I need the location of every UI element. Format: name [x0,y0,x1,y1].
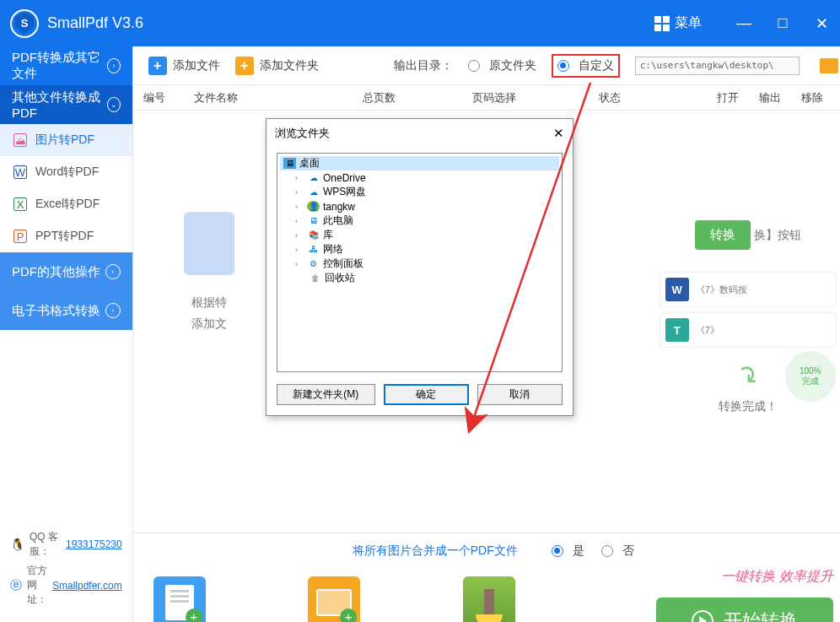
nav-item-ppt-to-pdf[interactable]: P PPT转PDF [0,220,132,252]
nav-item-image-to-pdf[interactable]: ⛰ 图片转PDF [0,124,132,156]
new-folder-button[interactable]: 新建文件夹(M) [277,384,375,405]
chevron-right-icon: › [105,303,121,318]
add-folder-toolbar-button[interactable]: + 添加文件夹 [235,57,319,75]
col-output: 输出 [759,90,801,105]
custom-output-highlight: 自定义 [552,54,620,78]
dialog-close-button[interactable]: ✕ [553,126,564,141]
radio-icon [468,60,480,72]
caret-icon: › [295,174,304,182]
output-dir-label: 输出目录： [394,58,453,73]
ppt-icon: P [13,230,27,243]
merge-label: 将所有图片合并成一个PDF文件 [353,544,518,559]
chevron-right-icon: › [105,264,121,279]
tree-item-recycle-bin[interactable]: 🗑 回收站 [280,271,559,285]
cancel-button[interactable]: 取消 [477,384,563,405]
dialog-titlebar: 浏览文件夹 ✕ [267,119,573,148]
column-headers: 编号 文件名称 总页数 页码选择 状态 打开 输出 移除 [133,85,840,111]
output-path-input[interactable] [635,57,800,75]
cloud-icon: ☁ [307,172,320,183]
add-folder-big-button[interactable]: 添加文件夹 [307,576,362,622]
caret-icon: › [295,203,304,211]
merge-yes-radio[interactable]: 是 [552,544,584,559]
bg-hint-left: 根据特 添加文 [184,212,234,334]
col-open: 打开 [717,90,759,105]
globe-icon: ⓔ [10,578,22,593]
dialog-title: 浏览文件夹 [275,126,330,141]
clear-list-button[interactable]: 清空列表 [463,576,515,622]
radio-source-folder[interactable]: 原文件夹 [468,58,536,73]
broom-icon [463,576,515,622]
col-index: 编号 [143,90,194,105]
radio-checked-icon [557,60,569,72]
nav-section-ebook[interactable]: 电子书格式转换 › [0,291,132,330]
caret-icon: › [295,217,304,225]
qq-icon: 🐧 [10,538,24,551]
folder-add-icon [308,576,360,622]
nav-section-pdf-to-other[interactable]: PDF转换成其它文件 › [0,46,132,85]
col-status: 状态 [599,90,717,105]
browse-folder-dialog: 浏览文件夹 ✕ 🖥 桌面 › ☁ OneDrive › ☁ WPS网盘 › 👤 … [266,118,573,416]
col-remove: 移除 [801,90,840,105]
plus-icon: + [235,57,254,75]
desktop-icon: 🖥 [283,158,296,169]
close-button[interactable]: ✕ [813,14,830,33]
document-icon [184,212,234,275]
plus-icon: + [148,57,167,75]
file-card: T 《7》 100% 完成 [660,312,837,348]
ok-button[interactable]: 确定 [384,384,469,405]
cloud-icon: ☁ [307,187,320,197]
document-add-icon [153,576,206,622]
file-card: W 《7》数码按 [660,272,837,307]
title-bar: S SmallPdf V3.6 菜单 — □ ✕ [0,0,840,46]
toolbar: + 添加文件 + 添加文件夹 输出目录： 原文件夹 自定义 [133,46,840,85]
excel-icon: X [13,197,27,211]
qq-number-link[interactable]: 1933175230 [66,538,122,550]
tree-item-library[interactable]: › 📚 库 [280,228,559,242]
tree-item-this-pc[interactable]: › 🖥 此电脑 [280,214,559,228]
add-file-big-button[interactable]: 添加文件 [153,576,206,622]
folder-tree[interactable]: 🖥 桌面 › ☁ OneDrive › ☁ WPS网盘 › 👤 tangkw ›… [277,153,563,372]
tree-item-control-panel[interactable]: › ⚙ 控制面板 [280,257,559,271]
tree-item-desktop[interactable]: 🖥 桌面 [280,156,559,170]
col-filename: 文件名称 [194,90,363,105]
progress-badge: 100% 完成 [785,351,836,402]
bg-hint-right: 转换 换】按钮 W 《7》数码按 T 《7》 100% 完成 ↷ 转换完成！ [660,220,837,414]
maximize-button[interactable]: □ [774,14,791,33]
tree-item-wps[interactable]: › ☁ WPS网盘 [280,185,559,199]
merge-option-row: 将所有图片合并成一个PDF文件 是 否 [133,533,840,568]
nav-section-other-to-pdf[interactable]: 其他文件转换成PDF ⌄ [0,85,132,124]
nav-section-pdf-other-ops[interactable]: PDF的其他操作 › [0,252,132,291]
app-logo-icon: S [10,9,39,38]
grid-icon [654,16,670,31]
col-pages: 总页数 [363,90,472,105]
menu-button[interactable]: 菜单 [654,14,702,32]
merge-no-radio[interactable]: 否 [601,544,634,559]
sidebar: PDF转换成其它文件 › 其他文件转换成PDF ⌄ ⛰ 图片转PDF W Wor… [0,46,133,622]
convert-preview-button: 转换 [695,220,751,250]
website-link[interactable]: Smallpdfer.com [52,580,122,592]
image-icon: ⛰ [13,133,27,147]
network-icon: 🖧 [307,244,320,255]
play-icon [692,610,713,623]
pc-icon: 🖥 [307,215,320,226]
library-icon: 📚 [307,230,320,241]
nav-item-word-to-pdf[interactable]: W Word转PDF [0,156,132,188]
add-file-toolbar-button[interactable]: + 添加文件 [148,57,220,75]
tree-item-network[interactable]: › 🖧 网络 [280,242,559,257]
caret-icon: › [295,231,304,240]
tree-item-onedrive[interactable]: › ☁ OneDrive [280,170,559,185]
radio-checked-icon [552,545,563,557]
start-convert-button[interactable]: 开始转换 [656,598,833,622]
word-icon: W [13,165,27,179]
window-controls: — □ ✕ [735,14,830,33]
radio-custom-folder[interactable]: 自定义 [557,58,614,73]
user-icon: 👤 [307,201,320,212]
browse-folder-button[interactable] [820,58,838,73]
nav-item-excel-to-pdf[interactable]: X Excel转PDF [0,188,132,220]
tree-item-user[interactable]: › 👤 tangkw [280,199,559,214]
col-page-select: 页码选择 [472,90,599,105]
control-panel-icon: ⚙ [307,258,320,269]
minimize-button[interactable]: — [735,14,752,33]
trash-icon: 🗑 [309,273,321,284]
caret-icon: › [295,246,304,254]
